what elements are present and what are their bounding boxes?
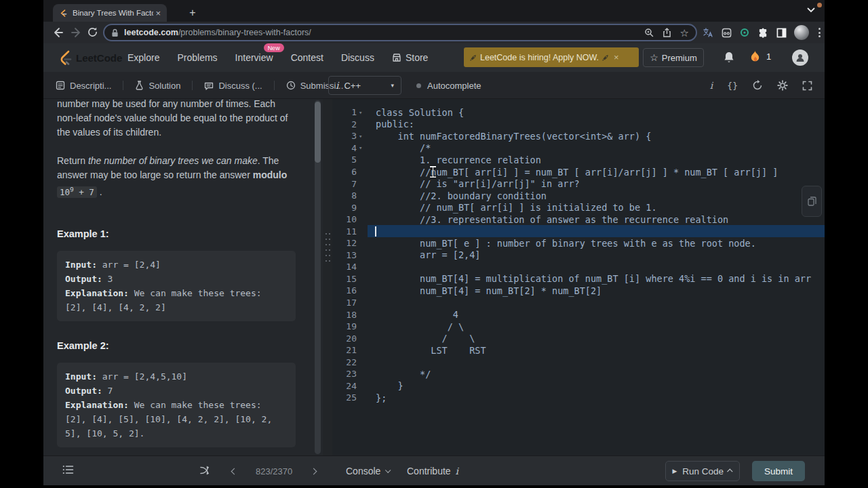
example-heading: Example 1: bbox=[57, 227, 296, 241]
reload-icon[interactable] bbox=[87, 26, 99, 39]
format-braces-icon[interactable]: {} bbox=[727, 81, 738, 91]
fold-arrow-icon[interactable]: ▾ bbox=[357, 144, 368, 151]
code-line[interactable]: 24 } bbox=[332, 380, 825, 392]
forward-icon[interactable] bbox=[71, 26, 83, 39]
extensions-puzzle-icon[interactable] bbox=[757, 27, 768, 38]
new-tab-button[interactable]: + bbox=[186, 6, 199, 20]
code-line[interactable]: 13 arr = [2,4] bbox=[332, 249, 825, 262]
code-line[interactable]: 14 bbox=[332, 261, 825, 273]
line-number: 10 bbox=[332, 214, 357, 224]
code-line[interactable]: 20 / \ bbox=[332, 332, 825, 344]
url-bar[interactable]: leetcode.com/problems/binary-trees-with-… bbox=[103, 24, 697, 41]
reset-icon[interactable] bbox=[752, 80, 763, 91]
tab-solution[interactable]: Solution bbox=[123, 81, 192, 91]
strip-chevron-down-icon[interactable] bbox=[807, 7, 815, 13]
tab-description[interactable]: Descripti... bbox=[53, 81, 123, 91]
extension-box-icon[interactable] bbox=[721, 27, 732, 38]
info-icon[interactable]: i bbox=[710, 80, 713, 91]
shuffle-icon[interactable] bbox=[199, 465, 210, 476]
leetcode-logo[interactable]: LeetCode bbox=[58, 49, 122, 66]
fullscreen-icon[interactable] bbox=[802, 81, 812, 91]
code-line[interactable]: 2public: bbox=[332, 119, 825, 131]
browser-tab[interactable]: Binary Trees With Factors - Lee × bbox=[53, 4, 167, 22]
nav-contest[interactable]: Contest bbox=[291, 52, 323, 63]
line-number: 9 bbox=[332, 203, 357, 213]
fold-arrow-icon[interactable]: ▾ bbox=[357, 133, 368, 140]
nav-discuss[interactable]: Discuss bbox=[341, 52, 374, 63]
bookmark-star-icon[interactable]: ☆ bbox=[680, 28, 689, 38]
hiring-banner[interactable]: LeetCode is hiring! Apply NOW. × bbox=[464, 47, 639, 67]
submit-button[interactable]: Submit bbox=[752, 461, 805, 481]
star-icon: ☆ bbox=[650, 52, 658, 63]
settings-gear-icon[interactable] bbox=[777, 80, 788, 91]
copy-code-button[interactable] bbox=[802, 186, 822, 217]
url-path: /problems/binary-trees-with-factors/ bbox=[178, 28, 311, 37]
code-line[interactable]: 5 1. recurrence relation bbox=[332, 154, 825, 166]
zoom-icon[interactable] bbox=[644, 28, 654, 37]
code-line[interactable]: 3▾ int numFactoredBinaryTrees(vector<int… bbox=[332, 130, 825, 142]
code-line[interactable]: 6 //num_BT[ arr[i] ] = num_BT [ arr[i]/a… bbox=[332, 166, 825, 178]
back-icon[interactable] bbox=[52, 26, 64, 39]
code-line[interactable]: 11 bbox=[332, 225, 825, 237]
code-line[interactable]: 8 //2. boundary condition bbox=[332, 190, 825, 202]
code-line[interactable]: 22 bbox=[332, 356, 825, 368]
browser-profile-avatar[interactable] bbox=[794, 25, 809, 40]
nav-interview[interactable]: InterviewNew bbox=[235, 52, 273, 63]
panel-resize-divider[interactable] bbox=[323, 99, 332, 455]
leetcode-header: LeetCode Explore Problems InterviewNew C… bbox=[43, 43, 825, 72]
code-line[interactable]: 19 / \ bbox=[332, 321, 825, 333]
code-line[interactable]: 12 num_BT[ e ] : number of binary trees … bbox=[332, 237, 825, 249]
notifications-bell-icon[interactable] bbox=[723, 51, 735, 64]
tab-close-icon[interactable]: × bbox=[153, 8, 163, 18]
code-line[interactable]: 17 bbox=[332, 297, 825, 309]
line-number: 6 bbox=[332, 167, 357, 177]
prev-problem-icon[interactable] bbox=[231, 468, 238, 474]
nav-store[interactable]: Store bbox=[392, 52, 428, 63]
run-code-button[interactable]: ▶ Run Code bbox=[665, 461, 740, 481]
code-text: / \ bbox=[368, 332, 825, 344]
extension-translate-icon[interactable] bbox=[703, 27, 713, 38]
contribute-button[interactable]: Contribute i bbox=[407, 456, 458, 486]
code-line[interactable]: 18 4 bbox=[332, 308, 825, 321]
code-line[interactable]: 9 // num_BT[ arr[i] ] is initialized to … bbox=[332, 201, 825, 214]
language-select[interactable]: i C++ ▾ bbox=[328, 76, 401, 95]
code-line[interactable]: 10 //3. representation of answer as the … bbox=[332, 214, 825, 226]
extension-contrast-icon[interactable] bbox=[776, 27, 787, 38]
problem-list-icon[interactable] bbox=[62, 464, 74, 475]
next-problem-icon[interactable] bbox=[311, 468, 317, 474]
drag-handle-icon[interactable] bbox=[326, 233, 330, 262]
code-editor[interactable]: 1▾class Solution {2public:3▾ int numFact… bbox=[332, 99, 825, 455]
daily-streak[interactable]: 1 bbox=[750, 50, 771, 63]
code-line[interactable]: 25}; bbox=[332, 392, 825, 404]
extension-target-icon[interactable] bbox=[739, 27, 750, 38]
console-button[interactable]: Console bbox=[346, 456, 389, 486]
line-number: 15 bbox=[332, 274, 357, 284]
browser-menu-icon[interactable] bbox=[816, 28, 823, 37]
code-text: //3. representation of answer as the rec… bbox=[368, 214, 825, 226]
code-text: num_BT[4] = num_BT[2] * num_BT[2] bbox=[368, 285, 825, 297]
code-line[interactable]: 1▾class Solution { bbox=[332, 106, 825, 119]
nav-problems[interactable]: Problems bbox=[177, 52, 217, 63]
code-line[interactable]: 21 LST RST bbox=[332, 344, 825, 357]
code-line[interactable]: 7 // is "arr[i]/arr[j]" in arr? bbox=[332, 178, 825, 190]
chevron-down-icon bbox=[386, 468, 391, 473]
premium-button[interactable]: ☆ Premium bbox=[643, 48, 704, 67]
example-block: Input: arr = [2,4]Output: 3Explanation: … bbox=[57, 251, 296, 321]
code-line[interactable]: 23 */ bbox=[332, 368, 825, 380]
code-line[interactable]: 4▾ /* bbox=[332, 142, 825, 155]
banner-close-icon[interactable]: × bbox=[614, 52, 619, 62]
autocomplete-toggle[interactable]: Autocomplete bbox=[416, 72, 481, 99]
nav-explore[interactable]: Explore bbox=[127, 52, 159, 63]
chevron-down-icon: ▾ bbox=[391, 82, 394, 89]
line-number: 2 bbox=[332, 119, 357, 129]
code-line[interactable]: 15 num_BT[4] = multiplication of num_BT … bbox=[332, 273, 825, 285]
share-icon[interactable] bbox=[663, 28, 671, 37]
rocket-icon bbox=[601, 54, 610, 62]
tab-discuss[interactable]: Discuss (... bbox=[193, 81, 273, 91]
panel-scrollbar[interactable] bbox=[315, 100, 321, 454]
panel-scrollbar-thumb[interactable] bbox=[315, 102, 321, 163]
user-avatar[interactable] bbox=[792, 49, 808, 66]
code-line[interactable]: 16 num_BT[4] = num_BT[2] * num_BT[2] bbox=[332, 285, 825, 297]
bottom-bar: 823/2370 Console Contribute i ▶ Run Code… bbox=[43, 455, 825, 485]
fold-arrow-icon[interactable]: ▾ bbox=[357, 109, 368, 116]
